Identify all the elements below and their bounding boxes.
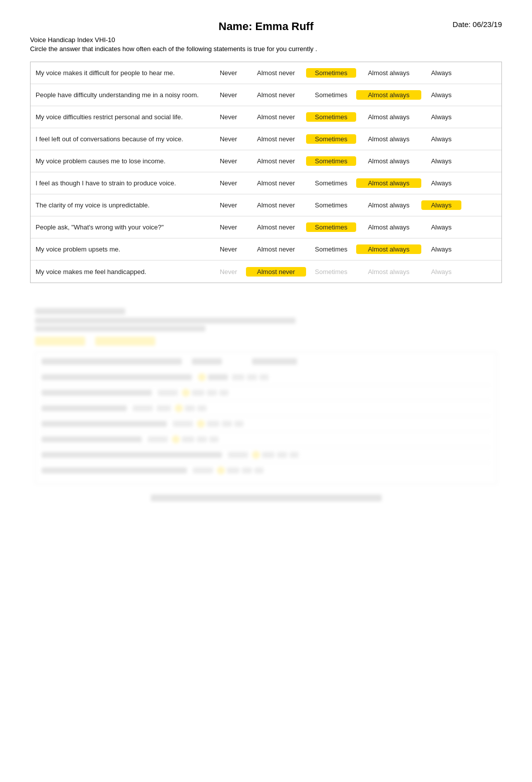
q5-sometimes: Sometimes — [306, 156, 356, 166]
q3-almost-never: Almost never — [246, 113, 306, 121]
question-7-text: The clarity of my voice is unpredictable… — [31, 201, 211, 209]
q7-almost-always: Almost always — [356, 201, 421, 209]
q3-always: Always — [421, 113, 461, 121]
q9-almost-never: Almost never — [246, 245, 306, 253]
header: Name: Emma Ruff Date: 06/23/19 — [30, 20, 502, 33]
q10-almost-never: Almost never — [246, 267, 306, 277]
table-row: My voice problem causes me to lose incom… — [31, 150, 501, 172]
table-row: The clarity of my voice is unpredictable… — [31, 194, 501, 216]
q7-always: Always — [421, 200, 461, 210]
q9-never: Never — [211, 245, 246, 253]
exam-date: Date: 06/23/19 — [453, 20, 502, 29]
table-row: I feel as though I have to strain to pro… — [31, 172, 501, 194]
form-instructions: Circle the answer that indicates how oft… — [30, 45, 502, 53]
table-row: My voice difficulties restrict personal … — [31, 106, 501, 128]
q5-almost-never: Almost never — [246, 157, 306, 165]
q2-almost-always: Almost always — [356, 90, 421, 100]
q4-almost-never: Almost never — [246, 135, 306, 143]
q1-always: Always — [421, 69, 461, 77]
q8-almost-always: Almost always — [356, 223, 421, 231]
question-2-text: People have difficulty understanding me … — [31, 91, 211, 99]
q8-never: Never — [211, 223, 246, 231]
question-9-text: My voice problem upsets me. — [31, 245, 211, 253]
q10-almost-always: Almost always — [356, 268, 421, 276]
q6-almost-never: Almost never — [246, 179, 306, 187]
question-3-text: My voice difficulties restrict personal … — [31, 113, 211, 121]
q2-sometimes: Sometimes — [306, 91, 356, 99]
q3-never: Never — [211, 113, 246, 121]
q6-sometimes: Sometimes — [306, 179, 356, 187]
question-1-text: My voice makes it difficult for people t… — [31, 69, 211, 77]
question-8-text: People ask, "What's wrong with your voic… — [31, 223, 211, 231]
q2-always: Always — [421, 91, 461, 99]
question-10-text: My voice makes me feel handicapped. — [31, 268, 211, 276]
q3-sometimes: Sometimes — [306, 112, 356, 122]
form-subheader: Voice Handicap Index VHI-10 — [30, 36, 502, 44]
q6-always: Always — [421, 179, 461, 187]
q6-never: Never — [211, 179, 246, 187]
questions-table: My voice makes it difficult for people t… — [30, 62, 502, 283]
q8-always: Always — [421, 223, 461, 231]
q6-almost-always: Almost always — [356, 178, 421, 188]
q7-sometimes: Sometimes — [306, 201, 356, 209]
table-row: My voice problem upsets me. Never Almost… — [31, 238, 501, 260]
q2-never: Never — [211, 91, 246, 99]
question-5-text: My voice problem causes me to lose incom… — [31, 157, 211, 165]
q1-almost-always: Almost always — [356, 69, 421, 77]
q10-sometimes: Sometimes — [306, 268, 356, 276]
table-row: I feel left out of conversations because… — [31, 128, 501, 150]
q1-never: Never — [211, 69, 246, 77]
q5-always: Always — [421, 157, 461, 165]
q1-sometimes: Sometimes — [306, 68, 356, 78]
q10-always: Always — [421, 268, 461, 276]
q3-almost-always: Almost always — [356, 113, 421, 121]
question-4-text: I feel left out of conversations because… — [31, 135, 211, 143]
question-6-text: I feel as though I have to strain to pro… — [31, 179, 211, 187]
table-row: My voice makes me feel handicapped. Neve… — [31, 260, 501, 283]
q5-never: Never — [211, 157, 246, 165]
blurred-section — [30, 298, 502, 511]
table-row: People ask, "What's wrong with your voic… — [31, 216, 501, 238]
page: Name: Emma Ruff Date: 06/23/19 Voice Han… — [0, 0, 532, 782]
q4-sometimes: Sometimes — [306, 134, 356, 144]
table-row: People have difficulty understanding me … — [31, 84, 501, 106]
q8-almost-never: Almost never — [246, 223, 306, 231]
q7-almost-never: Almost never — [246, 201, 306, 209]
q2-almost-never: Almost never — [246, 91, 306, 99]
q5-almost-always: Almost always — [356, 157, 421, 165]
q9-almost-always: Almost always — [356, 244, 421, 254]
q10-never: Never — [211, 268, 246, 276]
q4-almost-always: Almost always — [356, 135, 421, 143]
header-center: Name: Emma Ruff — [110, 20, 422, 33]
q1-almost-never: Almost never — [246, 69, 306, 77]
q4-never: Never — [211, 135, 246, 143]
q9-sometimes: Sometimes — [306, 245, 356, 253]
q4-always: Always — [421, 135, 461, 143]
patient-name: Name: Emma Ruff — [218, 20, 313, 33]
q9-always: Always — [421, 245, 461, 253]
q8-sometimes: Sometimes — [306, 222, 356, 232]
q7-never: Never — [211, 201, 246, 209]
table-row: My voice makes it difficult for people t… — [31, 62, 501, 84]
